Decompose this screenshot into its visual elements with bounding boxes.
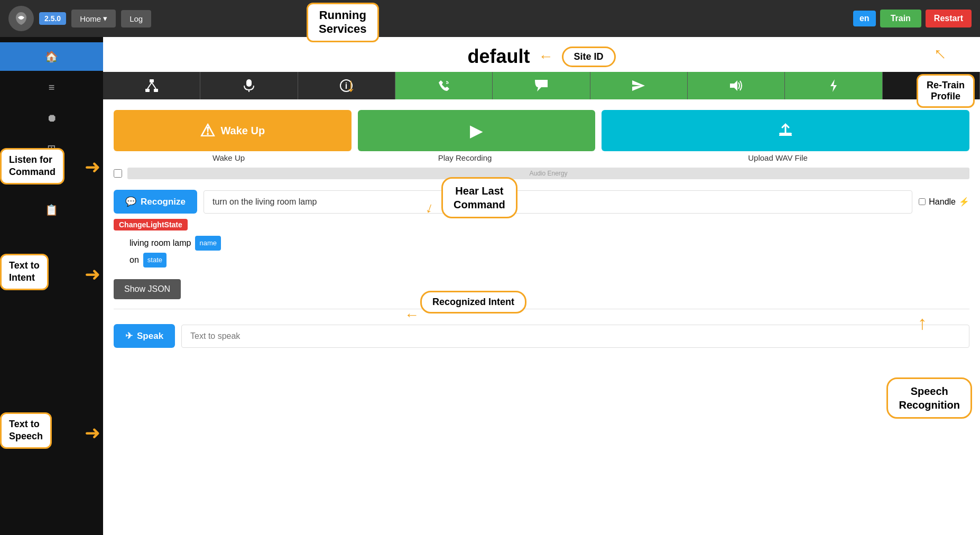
slot-badge-name: name	[195, 236, 221, 251]
svg-marker-11	[830, 79, 837, 92]
home-label: Home	[80, 14, 101, 23]
annotation-speech-recognition: SpeechRecognition	[886, 377, 972, 419]
recognize-button[interactable]: 💬 Recognize	[114, 190, 197, 214]
audio-energy-label: Audio Energy	[529, 170, 567, 177]
wake-up-button[interactable]: ⚠ Wake Up	[114, 110, 352, 151]
main-layout: 🏠 ≡ ⏺ ⊞ ⚙ 📋 Listen forCommand ➜ Text toI…	[0, 37, 980, 535]
upload-wav-button[interactable]	[602, 110, 969, 151]
annotation-hear-last-command: Hear LastCommand	[441, 177, 517, 218]
tab-chat[interactable]	[493, 72, 590, 99]
speech-recognition-arrow-icon: ↑	[918, 312, 927, 334]
log-button[interactable]: Log	[121, 10, 151, 27]
svg-rect-0	[150, 79, 154, 82]
navbar: 2.5.0 Home ▾ Log RunningServices en Trai…	[0, 0, 980, 37]
text-to-intent-label: Text toIntent	[9, 260, 40, 283]
show-json-button[interactable]: Show JSON	[114, 279, 181, 299]
recognize-input[interactable]	[204, 190, 912, 214]
audio-energy-row: Audio Energy	[103, 162, 980, 185]
tab-phone[interactable]	[395, 72, 493, 99]
handle-row: Handle ⚡	[919, 197, 969, 207]
svg-marker-10	[730, 80, 737, 91]
annotation-listen-for-command: Listen forCommand	[0, 148, 64, 185]
text-speech-arrow-icon: ➜	[85, 422, 100, 444]
text-to-speech-label: Text toSpeech	[9, 419, 43, 441]
svg-rect-5	[246, 79, 252, 87]
play-recording-label-text: Play Recording	[350, 153, 580, 162]
wake-up-label-text: Wake Up	[114, 153, 344, 162]
svg-line-4	[152, 82, 156, 89]
show-json-section: Show JSON	[103, 274, 980, 305]
tab-microphone[interactable]	[200, 72, 298, 99]
btn-labels-row: Wake Up Play Recording Upload WAV File	[103, 151, 980, 162]
slot-text-1: living room lamp	[130, 235, 191, 252]
section-divider	[114, 309, 969, 309]
slot-badge-state: state	[143, 253, 167, 268]
audio-energy-checkbox[interactable]	[114, 169, 122, 178]
tab-bar: i	[103, 72, 980, 99]
tab-network[interactable]	[103, 72, 200, 99]
annotation-recognized-intent: Recognized Intent	[420, 291, 526, 313]
logo	[8, 6, 34, 31]
recognized-intent-label: Recognized Intent	[432, 297, 514, 307]
listen-for-command-label: Listen forCommand	[9, 154, 56, 177]
running-services-down-arrow-icon: ↓	[346, 74, 356, 96]
lightning-icon: ⚡	[959, 197, 969, 207]
svg-rect-19	[779, 135, 792, 136]
restart-button[interactable]: Restart	[926, 10, 972, 27]
sidebar-item-docs[interactable]: 📋	[0, 196, 103, 224]
speak-row: ✈ Speak	[103, 313, 980, 353]
sidebar-item-record[interactable]: ⏺	[0, 104, 103, 132]
audio-energy-bar: Audio Energy	[127, 168, 969, 179]
play-recording-button[interactable]: ▶	[358, 110, 596, 151]
tab-lightning[interactable]	[785, 72, 882, 99]
retrain-label: Re-TrainProfile	[927, 80, 965, 102]
upload-wav-label-text: Upload WAV File	[586, 153, 969, 162]
tab-volume[interactable]	[688, 72, 785, 99]
handle-checkbox[interactable]	[919, 198, 926, 205]
tab-send[interactable]	[590, 72, 688, 99]
text-intent-arrow-icon: ➜	[85, 263, 100, 285]
svg-marker-9	[632, 80, 645, 91]
site-id-title: default	[467, 45, 530, 68]
content-area: Re-TrainProfile ↑ default ← Site ID ↓	[103, 37, 980, 535]
svg-rect-2	[154, 89, 158, 92]
svg-rect-18	[779, 133, 792, 135]
play-icon: ▶	[470, 121, 483, 141]
annotation-text-to-intent: Text toIntent	[0, 254, 49, 290]
speak-button[interactable]: ✈ Speak	[114, 324, 175, 348]
svg-rect-1	[145, 89, 150, 92]
annotation-text-to-speech: Text toSpeech	[0, 412, 52, 449]
speak-label: Speak	[137, 331, 163, 342]
sidebar-item-home[interactable]: 🏠	[0, 42, 103, 71]
version-badge: 2.5.0	[39, 12, 66, 25]
site-id-row: default ← Site ID	[103, 37, 980, 72]
recognized-intent-arrow-icon: ←	[404, 307, 419, 324]
speech-recognition-label: SpeechRecognition	[899, 385, 960, 411]
train-button[interactable]: Train	[880, 10, 921, 27]
wake-up-label: Wake Up	[220, 125, 265, 137]
dropdown-arrow-icon: ▾	[103, 14, 107, 23]
recognize-label: Recognize	[141, 197, 186, 207]
speak-input[interactable]	[181, 325, 969, 348]
send-icon: ✈	[125, 330, 133, 342]
handle-label: Handle	[929, 197, 956, 207]
home-button[interactable]: Home ▾	[71, 10, 116, 27]
intent-badge: ChangeLightState	[114, 219, 188, 230]
intent-section: ChangeLightState living room lamp name o…	[103, 219, 980, 274]
list-item: living room lamp name	[130, 235, 969, 252]
upload-icon	[777, 122, 794, 140]
list-item: on state	[130, 252, 969, 269]
site-id-annotation: Site ID	[562, 47, 616, 67]
language-badge: en	[853, 11, 876, 26]
chat-icon: 💬	[125, 196, 136, 207]
warning-icon: ⚠	[200, 121, 215, 141]
running-services-label: RunningServices	[319, 8, 367, 35]
annotation-retrain-profile: Re-TrainProfile	[917, 74, 975, 108]
sidebar-item-menu[interactable]: ≡	[0, 73, 103, 102]
svg-line-3	[147, 82, 152, 89]
running-services-annotation: RunningServices	[307, 3, 379, 42]
site-id-arrow-icon: ←	[539, 48, 553, 65]
navbar-right: en Train Restart	[853, 10, 972, 27]
hear-last-command-label: Hear LastCommand	[454, 185, 505, 210]
recognize-row: 💬 Recognize Handle ⚡	[103, 185, 980, 219]
